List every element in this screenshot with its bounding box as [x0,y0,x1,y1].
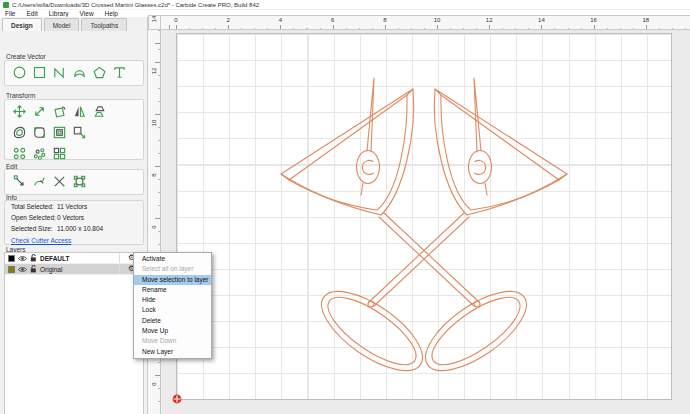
circular-array-tool-button[interactable] [31,145,47,161]
info-open-value: 0 Vectors [57,214,84,221]
mirror-tool-button[interactable] [71,103,87,119]
info-total-label: Total Selected: [11,203,57,210]
left-panel: Design Model Toolpaths Create Vector Tra… [0,17,148,414]
h-ruler-label: 12 [481,17,497,23]
v-ruler-label: 0 [151,378,157,390]
info-size-value: 11.000 x 10.804 [57,225,103,232]
layer-lock-icon[interactable] [30,254,37,262]
mirror-icon [72,104,87,119]
fair-curve-icon [32,174,47,189]
h-ruler-label: 14 [533,17,549,23]
layer-context-menu: ActivateSelect all on layerMove selectio… [133,252,212,359]
transform-title: Transform [6,92,35,99]
layer-color-swatch[interactable] [8,255,15,262]
layer-row-original[interactable]: Original ⚙ [5,264,143,275]
boolean-tool-button[interactable] [71,173,87,189]
fillet-tool-button[interactable] [31,124,47,140]
transform-group [4,99,144,160]
context-menu-item-move-up[interactable]: Move Up [134,326,211,336]
nested-offset-tool-button[interactable] [51,124,67,140]
info-total-row: Total Selected: 11 Vectors [5,201,143,212]
polygon-tool-button[interactable] [91,64,107,80]
h-ruler-label: 6 [325,17,341,23]
menu-edit[interactable]: Edit [27,10,38,17]
linear-array-icon [12,146,27,161]
menu-view[interactable]: View [80,10,94,17]
circular-array-icon [32,146,47,161]
offset-tool-button[interactable] [11,124,27,140]
layer-visibility-eye-icon[interactable] [18,255,27,262]
tab-model[interactable]: Model [44,18,80,31]
canvas-region: 024681012141618 02468101214 [148,15,690,414]
align-tool-button[interactable] [71,124,87,140]
origin-marker[interactable] [172,394,182,404]
tab-bar: Design Model Toolpaths [0,18,127,31]
context-menu-item-rename[interactable]: Rename [134,285,211,295]
context-menu-item-lock[interactable]: Lock [134,305,211,315]
move-tool-button[interactable] [11,103,27,119]
polyline-tool-button[interactable] [51,64,67,80]
create-vector-title: Create Vector [6,53,46,60]
layer-lock-icon[interactable] [30,265,37,273]
info-size-label: Selected Size: [11,225,57,232]
align-icon [72,125,87,140]
context-menu-item-delete[interactable]: Delete [134,316,211,326]
context-menu-item-new-layer[interactable]: New Layer [134,347,211,357]
linear-array-tool-button[interactable] [11,145,27,161]
flip-icon [92,104,107,119]
layer-name[interactable]: DEFAULT [40,255,116,262]
trim-tool-button[interactable] [51,173,67,189]
h-ruler-label: 18 [638,17,654,23]
layer-name[interactable]: Original [40,266,116,273]
rectangle-tool-button[interactable] [31,64,47,80]
rotate-tool-button[interactable] [51,103,67,119]
create-vector-group [4,60,144,86]
menu-help[interactable]: Help [105,10,118,17]
v-ruler-label: 10 [151,117,157,129]
app-icon [3,2,9,8]
canvas-viewport[interactable] [161,30,690,414]
stock-area[interactable] [176,33,672,400]
menu-file[interactable]: File [5,10,16,17]
scale-tool-button[interactable] [31,103,47,119]
v-ruler-label: 14 [151,13,157,25]
context-menu-item-move-selection-to-layer[interactable]: Move selection to layer [134,275,211,285]
circle-icon [12,65,27,80]
flip-tool-button[interactable] [91,103,107,119]
martini-glasses-drawing[interactable] [177,34,673,401]
scale-icon [32,104,47,119]
move-icon [12,104,27,119]
layer-visibility-eye-icon[interactable] [18,266,27,273]
title-bar: C:/Users/willa/Downloads/3D Crossed Mart… [0,0,690,10]
context-menu-item-move-down: Move Down [134,336,211,346]
horizontal-ruler: 024681012141618 [161,15,690,30]
info-total-value: 11 Vectors [57,203,87,210]
h-ruler-label: 8 [377,17,393,23]
node-edit-tool-button[interactable] [11,173,27,189]
h-ruler-label: 4 [272,17,288,23]
text-icon [112,65,127,80]
h-ruler-label: 0 [168,17,184,23]
menu-library[interactable]: Library [49,10,69,17]
v-ruler-label: 6 [151,221,157,233]
v-ruler-label: 8 [151,169,157,181]
layer-color-swatch[interactable] [8,266,15,273]
boolean-icon [72,174,87,189]
v-ruler-label: 12 [151,65,157,77]
context-menu-item-hide[interactable]: Hide [134,295,211,305]
trim-icon [52,174,67,189]
grid-array-tool-button[interactable] [51,145,67,161]
text-tool-button[interactable] [111,64,127,80]
info-open-label: Open Selected: [11,214,57,221]
tab-toolpaths[interactable]: Toolpaths [81,18,127,31]
layers-list: DEFAULT ⚙ Original ⚙ [4,252,144,414]
layer-row-default[interactable]: DEFAULT ⚙ [5,253,143,264]
fair-curve-tool-button[interactable] [31,173,47,189]
circle-tool-button[interactable] [11,64,27,80]
vector-art-group[interactable] [281,78,567,385]
info-group: Total Selected: 11 Vectors Open Selected… [4,200,144,245]
polyline-icon [52,65,67,80]
tab-design[interactable]: Design [2,18,42,31]
context-menu-item-activate[interactable]: Activate [134,254,211,264]
curve-tool-button[interactable] [71,64,87,80]
